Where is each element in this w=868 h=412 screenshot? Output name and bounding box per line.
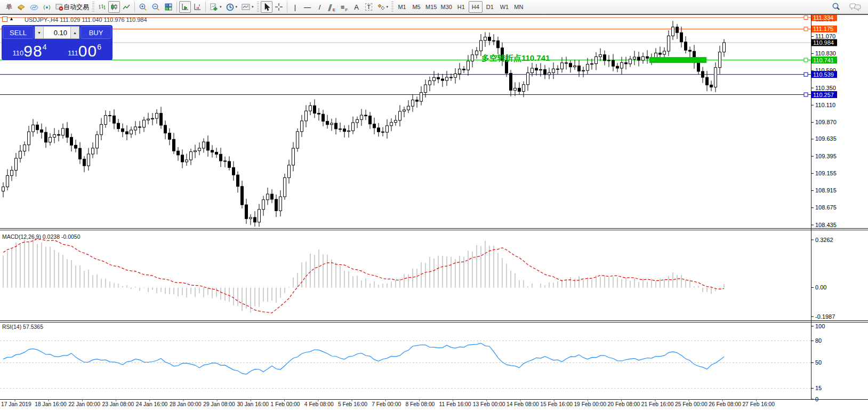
trendline-tool-button[interactable]: / bbox=[314, 1, 326, 13]
timeframe-m15[interactable]: M15 bbox=[424, 1, 438, 13]
price-badge[interactable]: 111.175 bbox=[811, 26, 837, 33]
candle-body bbox=[262, 200, 265, 209]
rsi-axis-label: 50 bbox=[815, 359, 822, 366]
market-watch-button[interactable] bbox=[15, 1, 27, 13]
new-chart-button[interactable]: ▾ bbox=[208, 1, 223, 13]
candle-body bbox=[586, 64, 589, 71]
volume-increase-button[interactable]: ▲ bbox=[70, 26, 79, 39]
volume-input[interactable]: 0.10 bbox=[44, 26, 70, 39]
candle-body bbox=[11, 170, 13, 175]
candle-body bbox=[523, 85, 525, 92]
templates-button[interactable]: ▾ bbox=[239, 1, 255, 13]
buy-button[interactable]: BUY bbox=[81, 26, 111, 39]
candle-body bbox=[19, 151, 22, 158]
line-chart-button[interactable] bbox=[120, 1, 132, 13]
line-anchor-marker[interactable] bbox=[804, 72, 808, 76]
timeframe-mn[interactable]: MN bbox=[512, 1, 526, 13]
chat-button[interactable] bbox=[848, 1, 863, 13]
price-lines[interactable] bbox=[0, 16, 811, 97]
horizontal-line-icon: — bbox=[304, 3, 311, 11]
chart-shift-button[interactable] bbox=[191, 1, 203, 13]
buy-price-display[interactable]: 111 00 6 bbox=[58, 40, 111, 59]
crosshair-tool-button[interactable] bbox=[273, 1, 285, 13]
candle-body bbox=[139, 127, 141, 127]
price-badge[interactable]: 110.741 bbox=[811, 56, 837, 63]
bar-chart-button[interactable] bbox=[96, 1, 108, 13]
horizontal-line-tool-button[interactable]: — bbox=[302, 1, 314, 13]
auto-scroll-button[interactable] bbox=[179, 1, 191, 13]
timeframe-w1[interactable]: W1 bbox=[497, 1, 511, 13]
cursor-icon bbox=[263, 3, 270, 11]
candle-body bbox=[642, 56, 645, 60]
candlestick-chart-button[interactable] bbox=[108, 1, 120, 13]
chart-canvas[interactable]: 111.310111.070110.830110.590110.350110.1… bbox=[0, 0, 868, 412]
signals-button[interactable] bbox=[41, 1, 53, 13]
zoom-out-icon bbox=[151, 3, 160, 12]
timeframe-m30[interactable]: M30 bbox=[439, 1, 453, 13]
candle-body bbox=[322, 114, 325, 121]
candle-body bbox=[625, 63, 628, 64]
price-badge[interactable]: 110.257 bbox=[811, 91, 837, 98]
gold-box-icon bbox=[17, 3, 26, 11]
text-label-tool-button[interactable]: T bbox=[363, 1, 375, 13]
vertical-line-icon: | bbox=[294, 3, 296, 11]
timeframe-h1[interactable]: H1 bbox=[454, 1, 468, 13]
sell-button[interactable]: SELL bbox=[3, 26, 34, 39]
timeframe-m5[interactable]: M5 bbox=[409, 1, 423, 13]
panel-collapse-toggle[interactable]: ▲ bbox=[9, 16, 14, 21]
tile-windows-button[interactable] bbox=[163, 1, 174, 13]
green-highlight-box[interactable] bbox=[649, 57, 706, 63]
price-badge[interactable]: 110.539 bbox=[811, 71, 837, 78]
candle-body bbox=[348, 131, 350, 131]
candle-body bbox=[143, 120, 146, 127]
cursor-tool-button[interactable] bbox=[261, 1, 272, 13]
candle-body bbox=[480, 41, 483, 51]
text-tool-button[interactable]: A bbox=[351, 1, 363, 13]
autotrading-button[interactable]: 自动交易 bbox=[53, 1, 91, 13]
market-overview-button[interactable] bbox=[28, 1, 41, 13]
zoom-in-button[interactable] bbox=[137, 1, 149, 13]
timeframe-h4[interactable]: H4 bbox=[469, 1, 483, 13]
rsi-axis-label: 100 bbox=[815, 323, 825, 329]
toolbar-separator bbox=[205, 2, 206, 12]
candle-body bbox=[2, 187, 5, 191]
candle-body bbox=[621, 63, 623, 68]
candle-body bbox=[53, 134, 56, 137]
candle-body bbox=[395, 120, 397, 123]
sell-price-display[interactable]: 110 98 4 bbox=[3, 40, 57, 59]
time-axis[interactable]: 17 Jan 201918 Jan 16:0022 Jan 00:0023 Ja… bbox=[1, 399, 775, 407]
candle-body bbox=[446, 77, 448, 80]
periods-button[interactable]: ▾ bbox=[224, 1, 239, 13]
volume-decrease-button[interactable]: ▼ bbox=[35, 26, 44, 39]
candle-body bbox=[258, 209, 261, 222]
candle-body bbox=[540, 69, 542, 70]
search-button[interactable] bbox=[830, 1, 842, 13]
new-chart-icon bbox=[210, 3, 219, 12]
new-order-button[interactable]: 单 bbox=[3, 1, 15, 13]
fibonacci-tool-button[interactable]: ≡ F bbox=[339, 1, 350, 13]
price-tick-label: 108.915 bbox=[815, 187, 837, 193]
candle-body bbox=[697, 63, 700, 71]
chart-annotation-text[interactable]: 多空转折点110.741 bbox=[481, 53, 550, 63]
candle-body bbox=[356, 119, 359, 123]
time-tick-label: 27 Feb 16:00 bbox=[742, 401, 775, 407]
timeframe-m1[interactable]: M1 bbox=[395, 1, 409, 13]
line-anchor-marker[interactable] bbox=[804, 16, 808, 20]
price-badge[interactable]: 110.984 bbox=[811, 39, 837, 46]
arrows-tool-button[interactable]: ▾ bbox=[375, 1, 390, 13]
candle-body bbox=[87, 154, 90, 166]
price-badge[interactable]: 111.334 bbox=[811, 14, 837, 21]
line-anchor-marker[interactable] bbox=[804, 58, 808, 62]
price-tick-label: 111.070 bbox=[815, 33, 835, 39]
timeframe-d1[interactable]: D1 bbox=[483, 1, 497, 13]
time-tick-label: 29 Jan 08:00 bbox=[203, 401, 235, 407]
price-axis[interactable]: 111.310111.070110.830110.590110.350110.1… bbox=[811, 16, 837, 228]
line-anchor-marker[interactable] bbox=[804, 93, 808, 96]
line-anchor-marker[interactable] bbox=[804, 27, 808, 31]
candle-body bbox=[659, 53, 662, 54]
vertical-line-tool-button[interactable]: | bbox=[290, 1, 301, 13]
equidistant-channel-tool-button[interactable]: ∥ E bbox=[326, 1, 338, 13]
zoom-out-button[interactable] bbox=[150, 1, 162, 13]
time-tick-label: 17 Jan 2019 bbox=[1, 401, 31, 407]
candle-body bbox=[702, 71, 704, 77]
